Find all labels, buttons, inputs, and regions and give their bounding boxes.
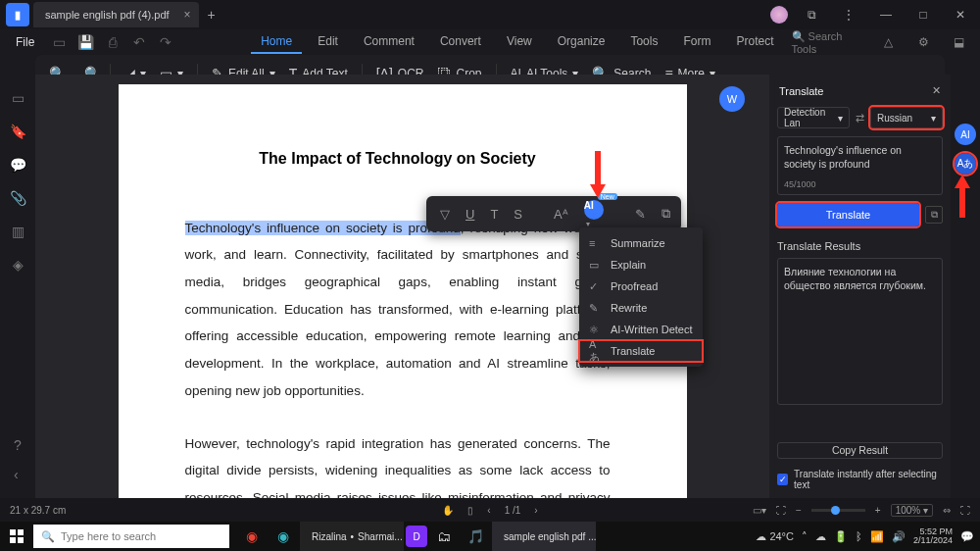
menu-proofread[interactable]: ✓Proofread: [579, 276, 703, 297]
search-icon: 🔍: [41, 530, 55, 543]
svg-rect-5: [18, 529, 24, 535]
fields-icon[interactable]: ▥: [12, 224, 24, 239]
select-tool-icon[interactable]: ▯: [467, 505, 473, 516]
taskbar-music-icon[interactable]: 🎵: [461, 522, 490, 551]
layers-icon[interactable]: ◈: [13, 257, 24, 273]
comments-icon[interactable]: 💬: [10, 157, 26, 173]
highlight-icon[interactable]: ▽: [440, 207, 450, 222]
ai-assistant-icon[interactable]: AI: [955, 124, 976, 145]
tray-onedrive-icon[interactable]: ☁: [815, 530, 826, 543]
view-mode-icon[interactable]: ▭▾: [753, 505, 766, 516]
zoom-value[interactable]: 100% ▾: [891, 504, 933, 517]
tab-view[interactable]: View: [497, 30, 542, 54]
left-sidebar: ▭ 🔖 💬 📎 ▥ ◈ ? ‹: [0, 75, 35, 498]
tab-form[interactable]: Form: [673, 30, 720, 54]
font-size-icon[interactable]: Aᴬ: [554, 207, 568, 222]
taskbar-pdfelement[interactable]: sample english pdf ...: [492, 522, 596, 551]
translate-input[interactable]: Technology's influence on society is pro…: [777, 136, 943, 195]
tray-wifi-icon[interactable]: 📶: [870, 530, 884, 543]
hand-tool-icon[interactable]: ✋: [442, 505, 454, 516]
annotation-arrow-1: [588, 151, 608, 200]
tab-convert[interactable]: Convert: [430, 30, 491, 54]
print-icon[interactable]: ⎙: [103, 34, 122, 50]
tab-protect[interactable]: Protect: [726, 30, 783, 54]
menu-summarize[interactable]: ≡Summarize: [579, 232, 703, 254]
translate-button[interactable]: Translate: [777, 203, 919, 226]
target-language-select[interactable]: Russian▾: [870, 107, 943, 128]
strikethrough-icon[interactable]: S: [514, 207, 522, 222]
redo-icon[interactable]: ↷: [156, 34, 174, 50]
thumbnails-icon[interactable]: ▭: [12, 90, 24, 106]
collapse-icon[interactable]: ‹: [14, 467, 22, 482]
window-minimize-icon[interactable]: —: [872, 3, 900, 26]
highlighted-text[interactable]: Technology's influence on society is pro…: [185, 221, 461, 235]
taskbar-app-d[interactable]: D: [406, 526, 427, 547]
taskbar-teams[interactable]: Rizalina • Sharmai...: [300, 522, 404, 551]
edit-icon[interactable]: ✎: [635, 207, 646, 222]
menu-translate[interactable]: AあTranslate: [579, 340, 703, 362]
document-tab[interactable]: sample english pdf (4).pdf ×: [33, 2, 199, 27]
collaborator-badge[interactable]: W: [719, 86, 745, 112]
zoom-slider[interactable]: [811, 509, 865, 512]
search-tools[interactable]: 🔍 Search Tools: [792, 30, 866, 55]
window-maximize-icon[interactable]: □: [909, 3, 937, 26]
zoom-in-status-icon[interactable]: +: [875, 505, 881, 516]
copy-input-icon[interactable]: ⧉: [925, 206, 943, 224]
prev-page-icon[interactable]: ‹: [487, 505, 490, 516]
start-button[interactable]: [0, 522, 33, 551]
window-close-icon[interactable]: ✕: [947, 3, 974, 26]
weather-widget[interactable]: ☁ 24°C: [756, 530, 794, 543]
source-language-select[interactable]: Detection Lan▾: [777, 107, 850, 128]
settings-icon[interactable]: ⚙: [910, 30, 936, 54]
right-rail: AI Aあ: [951, 75, 980, 175]
tab-organize[interactable]: Organize: [548, 30, 615, 54]
instant-translate-checkbox[interactable]: ✓ Translate instantly after selecting te…: [769, 465, 951, 498]
fullscreen-icon[interactable]: ⛶: [960, 505, 970, 516]
tab-tools[interactable]: Tools: [620, 30, 667, 54]
panel-toggle-icon[interactable]: ⬓: [947, 30, 972, 54]
undo-icon[interactable]: ↶: [129, 34, 148, 50]
window-detach-icon[interactable]: ⧉: [798, 3, 825, 26]
reading-mode-icon[interactable]: ⛶: [776, 505, 786, 516]
panel-close-icon[interactable]: ✕: [932, 84, 941, 97]
menu-explain[interactable]: ▭Explain: [579, 254, 703, 276]
tab-home[interactable]: Home: [251, 30, 302, 54]
user-avatar[interactable]: [770, 6, 788, 24]
page-indicator[interactable]: 1 /1: [505, 505, 521, 516]
window-kebab-icon[interactable]: ⋮: [835, 3, 862, 26]
copy-icon[interactable]: ⧉: [662, 206, 670, 222]
bookmarks-icon[interactable]: 🔖: [10, 124, 26, 139]
attachments-icon[interactable]: 📎: [10, 190, 26, 206]
file-menu[interactable]: File: [8, 33, 42, 51]
tab-comment[interactable]: Comment: [354, 30, 424, 54]
fit-width-icon[interactable]: ⇔: [943, 505, 951, 516]
tray-clock[interactable]: 5:52 PM2/11/2024: [913, 527, 953, 546]
tray-battery-icon[interactable]: 🔋: [834, 530, 848, 543]
text-icon[interactable]: T: [490, 207, 498, 222]
zoom-out-status-icon[interactable]: −: [796, 505, 802, 516]
tray-chevron-icon[interactable]: ˄: [802, 530, 808, 543]
save-icon[interactable]: 💾: [76, 34, 95, 50]
swap-languages-icon[interactable]: ⇄: [856, 112, 864, 125]
tray-notifications-icon[interactable]: 💬: [960, 530, 974, 543]
taskbar-chrome-icon[interactable]: ◉: [237, 522, 267, 551]
tab-edit[interactable]: Edit: [308, 30, 348, 54]
tab-close-icon[interactable]: ×: [184, 8, 191, 22]
page-dimensions: 21 x 29.7 cm: [10, 505, 66, 516]
share-icon[interactable]: △: [875, 30, 901, 54]
annotation-arrow-2: [953, 175, 972, 218]
next-page-icon[interactable]: ›: [534, 505, 537, 516]
taskbar-explorer-icon[interactable]: 🗂: [429, 522, 459, 551]
ai-dropdown-button[interactable]: AI▾ New: [584, 200, 604, 228]
open-icon[interactable]: ▭: [50, 34, 69, 50]
menu-rewrite[interactable]: ✎Rewrite: [579, 297, 703, 319]
tray-bluetooth-icon[interactable]: ᛒ: [856, 530, 862, 542]
tray-sound-icon[interactable]: 🔊: [892, 530, 906, 543]
taskbar-edge-icon[interactable]: ◉: [269, 522, 298, 551]
translate-rail-icon[interactable]: Aあ: [955, 153, 976, 175]
help-icon[interactable]: ?: [14, 437, 22, 453]
underline-icon[interactable]: U: [466, 207, 474, 222]
taskbar-search[interactable]: 🔍 Type here to search: [33, 525, 229, 548]
copy-result-button[interactable]: Copy Result: [777, 442, 943, 459]
new-tab-button[interactable]: +: [199, 2, 224, 27]
